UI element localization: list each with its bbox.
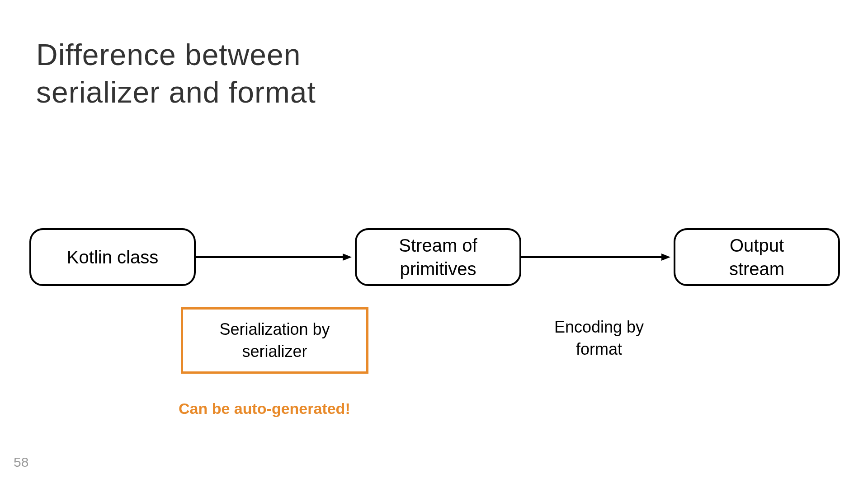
edge-label-text: Encoding byformat <box>554 318 644 358</box>
page-number: 58 <box>14 455 28 470</box>
callout-auto-generated: Can be auto-generated! <box>179 400 350 418</box>
node-label: Outputstream <box>729 234 784 281</box>
slide-title: Difference betweenserializer and format <box>36 36 316 111</box>
arrow-icon <box>521 253 670 262</box>
node-label: Kotlin class <box>67 245 158 269</box>
edge-label-serializer: Serialization byserializer <box>181 307 368 374</box>
node-stream-primitives: Stream ofprimitives <box>355 228 521 286</box>
edge-label-text: Serialization byserializer <box>219 320 330 361</box>
edge-label-format: Encoding byformat <box>524 316 674 360</box>
arrow-icon <box>196 253 352 262</box>
node-kotlin-class: Kotlin class <box>29 228 196 286</box>
node-output-stream: Outputstream <box>674 228 840 286</box>
svg-marker-3 <box>661 253 670 261</box>
svg-marker-1 <box>343 253 352 261</box>
node-label: Stream ofprimitives <box>399 234 477 281</box>
